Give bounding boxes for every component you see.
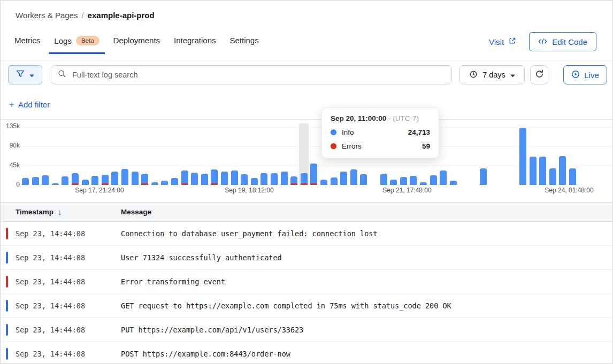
log-volume-bar[interactable] (121, 169, 128, 185)
log-volume-bar[interactable] (151, 182, 158, 185)
log-row[interactable]: Sep 23, 14:44:08POST https://example.com… (1, 342, 613, 364)
log-volume-bar[interactable] (331, 177, 338, 185)
log-volume-bar[interactable] (62, 176, 68, 185)
log-message: Connection to database user_payment fail… (121, 229, 378, 238)
log-volume-bar[interactable] (111, 172, 118, 185)
log-volume-bar[interactable] (360, 174, 367, 185)
tab-metrics[interactable]: Metrics (9, 34, 45, 52)
y-axis-tick-label: 90k (3, 142, 20, 149)
x-axis-tick-label: Sep 17, 21:24:00 (75, 187, 124, 194)
log-volume-bar[interactable] (410, 176, 417, 185)
log-volume-bar[interactable] (420, 182, 427, 185)
code-icon (538, 37, 547, 47)
x-axis-tick-label: Sep 24, 01:48:00 (545, 187, 593, 194)
log-volume-bar[interactable] (549, 168, 556, 185)
log-message: PUT https://example.com/api/v1/users/336… (121, 326, 303, 334)
visit-link[interactable]: Visit (489, 37, 516, 47)
log-row[interactable]: Sep 23, 14:44:08Connection to database u… (1, 222, 613, 246)
log-volume-bar[interactable] (350, 169, 357, 185)
log-volume-bar[interactable] (132, 172, 139, 185)
log-volume-bar[interactable] (102, 175, 109, 185)
log-row[interactable]: Sep 23, 14:44:08User 71324 successfully … (1, 246, 613, 270)
edit-code-button[interactable]: Edit Code (529, 32, 596, 51)
log-volume-bar[interactable] (241, 174, 248, 185)
tooltip-time: Sep 20, 11:00:00 (331, 114, 386, 122)
log-volume-bar[interactable] (530, 157, 537, 185)
log-volume-bar[interactable] (569, 168, 576, 185)
tab-label: Deployments (113, 36, 160, 45)
tooltip-title: Sep 20, 11:00:00 - (UTC-7) (331, 114, 430, 122)
log-row[interactable]: Sep 23, 14:44:08GET request to https://e… (1, 294, 613, 318)
log-volume-bar[interactable] (400, 177, 407, 185)
gridline (22, 127, 613, 127)
log-row[interactable]: Sep 23, 14:44:08PUT https://example.com/… (1, 318, 613, 342)
log-volume-bar[interactable] (539, 157, 546, 185)
log-volume-bar[interactable] (340, 172, 347, 185)
log-volume-bar[interactable] (290, 176, 297, 185)
log-volume-bar[interactable] (320, 180, 327, 185)
log-volume-bar[interactable] (430, 175, 437, 185)
live-label: Live (584, 71, 599, 80)
log-volume-bar[interactable] (161, 181, 168, 185)
sort-descending-icon: ↓ (58, 207, 62, 216)
refresh-button[interactable] (530, 65, 548, 84)
log-volume-bar[interactable] (221, 172, 228, 185)
search-input[interactable] (71, 70, 445, 80)
visit-label: Visit (489, 37, 504, 47)
live-button[interactable]: Live (563, 65, 607, 84)
log-volume-bar[interactable] (440, 171, 447, 185)
log-volume-bar[interactable] (191, 173, 198, 185)
log-volume-bar[interactable] (310, 164, 317, 185)
errors-series-dot (331, 143, 336, 149)
log-volume-bar[interactable] (480, 168, 487, 185)
breadcrumb: Workers & Pages / example-api-prod (16, 11, 155, 20)
tab-deployments[interactable]: Deployments (108, 34, 166, 52)
log-volume-bar[interactable] (271, 173, 278, 185)
log-volume-bar[interactable] (301, 173, 308, 185)
column-header-message: Message (121, 208, 151, 216)
log-volume-bar[interactable] (281, 172, 288, 185)
tab-integrations[interactable]: Integrations (168, 34, 221, 52)
add-filter-button[interactable]: + Add filter (9, 100, 50, 109)
log-timestamp: Sep 23, 14:44:08 (16, 326, 121, 334)
tab-settings[interactable]: Settings (224, 34, 264, 52)
edit-code-label: Edit Code (552, 37, 587, 47)
log-volume-bar[interactable] (22, 178, 29, 185)
log-volume-bar[interactable] (260, 173, 267, 185)
log-volume-bar[interactable] (32, 177, 39, 185)
log-volume-bar[interactable] (91, 176, 98, 185)
tab-logs[interactable]: LogsBeta (49, 34, 104, 54)
log-volume-bar[interactable] (231, 171, 238, 185)
column-header-timestamp[interactable]: Timestamp ↓ (16, 207, 62, 216)
log-volume-bar[interactable] (559, 156, 566, 185)
log-volume-bar[interactable] (72, 173, 79, 185)
log-volume-bar[interactable] (211, 169, 218, 185)
filter-menu-button[interactable] (8, 65, 42, 84)
external-link-icon (508, 37, 516, 47)
header-divider (1, 60, 613, 60)
log-volume-bar[interactable] (141, 174, 148, 185)
time-range-dropdown[interactable]: 7 days (459, 65, 525, 84)
log-volume-bar[interactable] (519, 128, 526, 185)
breadcrumb-section[interactable]: Workers & Pages (16, 11, 78, 20)
log-volume-bar[interactable] (450, 181, 457, 185)
tooltip-series-value: 24,713 (408, 128, 430, 136)
tab-bar: MetricsLogsBetaDeploymentsIntegrationsSe… (9, 34, 267, 54)
log-volume-bar[interactable] (390, 180, 397, 185)
error-bar-segment (72, 183, 79, 185)
log-volume-bar[interactable] (42, 175, 49, 185)
log-volume-bar[interactable] (251, 178, 258, 185)
log-volume-bar[interactable] (201, 174, 208, 185)
log-row[interactable]: Sep 23, 14:44:08Error transforming event (1, 270, 613, 294)
severity-indicator-error (6, 228, 8, 239)
chevron-down-icon (510, 71, 515, 79)
log-volume-bar[interactable] (52, 183, 59, 185)
x-axis-tick-label: Sep 19, 18:12:00 (225, 187, 273, 194)
log-volume-bar[interactable] (181, 171, 188, 185)
chart-tooltip: Sep 20, 11:00:00 - (UTC-7) Info24,713Err… (321, 107, 439, 158)
log-volume-bar[interactable] (82, 180, 89, 185)
log-volume-bar[interactable] (380, 174, 387, 185)
chevron-down-icon (29, 70, 34, 80)
log-volume-bar[interactable] (171, 178, 178, 185)
log-timestamp: Sep 23, 14:44:08 (16, 277, 121, 286)
